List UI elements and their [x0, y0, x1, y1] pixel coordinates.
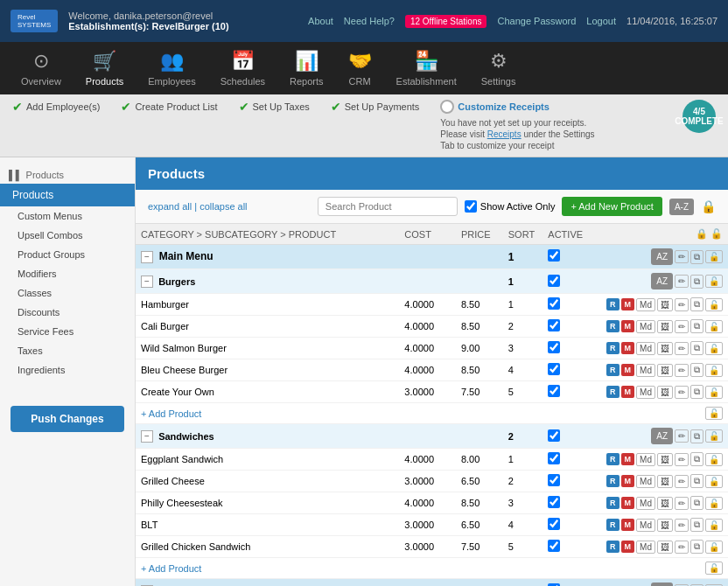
nav-reports[interactable]: 📊 Reports: [277, 45, 336, 92]
product-m-button[interactable]: M: [621, 386, 635, 398]
product-r-button[interactable]: R: [606, 364, 620, 376]
product-active-checkbox[interactable]: [548, 319, 560, 331]
product-m-button[interactable]: M: [621, 364, 635, 376]
product-img-button[interactable]: 🖼: [657, 541, 673, 554]
sides-az-button[interactable]: AZ: [651, 583, 673, 586]
product-lock-button[interactable]: 🔓: [705, 320, 723, 333]
product-modifier-button[interactable]: Md: [636, 497, 655, 510]
nav-overview[interactable]: ⊙ Overview: [9, 45, 74, 92]
product-copy-button[interactable]: ⧉: [690, 540, 704, 554]
product-copy-button[interactable]: ⧉: [690, 452, 704, 466]
product-lock-button[interactable]: 🔓: [705, 541, 723, 554]
product-m-button[interactable]: M: [621, 453, 635, 465]
product-edit-button[interactable]: ✏: [675, 298, 689, 311]
product-lock-button[interactable]: 🔓: [705, 364, 723, 377]
product-edit-button[interactable]: ✏: [675, 541, 689, 554]
product-copy-button[interactable]: ⧉: [690, 297, 704, 311]
cat-lock-button[interactable]: 🔓: [705, 250, 723, 263]
product-copy-button[interactable]: ⧉: [690, 341, 704, 355]
product-active-checkbox[interactable]: [548, 540, 560, 552]
sidebar-item-product-groups[interactable]: Product Groups: [0, 245, 135, 264]
product-r-button[interactable]: R: [606, 342, 620, 354]
nav-settings[interactable]: ⚙ Settings: [469, 45, 528, 92]
logout-link[interactable]: Logout: [586, 16, 616, 26]
push-changes-button[interactable]: Push Changes: [10, 406, 124, 432]
product-r-button[interactable]: R: [606, 475, 620, 487]
sidebar-item-products[interactable]: Products: [0, 184, 135, 206]
product-r-button[interactable]: R: [606, 541, 620, 553]
collapse-all-link[interactable]: collapse all: [200, 201, 247, 212]
product-active-checkbox[interactable]: [548, 363, 560, 375]
nav-schedules[interactable]: 📅 Schedules: [208, 45, 277, 92]
nav-establishment[interactable]: 🏪 Establishment: [384, 45, 469, 92]
search-input[interactable]: [318, 197, 458, 216]
product-m-button[interactable]: M: [621, 342, 635, 354]
product-img-button[interactable]: 🖼: [657, 298, 673, 311]
product-m-button[interactable]: M: [621, 541, 635, 553]
sidebar-item-upsell-combos[interactable]: Upsell Combos: [0, 226, 135, 245]
setup-taxes-label[interactable]: Set Up Taxes: [253, 101, 310, 112]
add-product-sandwiches-lock-button[interactable]: 🔓: [705, 562, 723, 575]
setup-payments-label[interactable]: Set Up Payments: [345, 101, 420, 112]
product-img-button[interactable]: 🖼: [657, 320, 673, 333]
expand-all-link[interactable]: expand all: [148, 201, 192, 212]
nav-crm[interactable]: 🤝 CRM: [336, 45, 384, 92]
sidebar-item-ingredients[interactable]: Ingredients: [0, 360, 135, 380]
sidebar-item-service-fees[interactable]: Service Fees: [0, 322, 135, 341]
product-edit-button[interactable]: ✏: [675, 475, 689, 488]
subcat-az-button[interactable]: AZ: [651, 273, 673, 290]
cat-edit-button[interactable]: ✏: [675, 250, 689, 263]
cat-active-checkbox[interactable]: [548, 249, 560, 262]
nav-employees[interactable]: 👥 Employees: [136, 45, 207, 92]
product-copy-button[interactable]: ⧉: [690, 474, 704, 488]
subcat-sandwiches-az-button[interactable]: AZ: [651, 428, 673, 444]
product-active-checkbox[interactable]: [548, 297, 560, 310]
product-m-button[interactable]: M: [621, 298, 635, 310]
subcat-sandwiches-active-checkbox[interactable]: [548, 429, 560, 442]
sidebar-item-modifiers[interactable]: Modifiers: [0, 264, 135, 283]
product-r-button[interactable]: R: [606, 298, 620, 310]
product-modifier-button[interactable]: Md: [636, 541, 655, 554]
subcat-edit-button[interactable]: ✏: [675, 275, 689, 288]
product-edit-button[interactable]: ✏: [675, 342, 689, 355]
collapse-main-menu-button[interactable]: −: [141, 251, 153, 263]
product-img-button[interactable]: 🖼: [657, 475, 673, 488]
lock-button[interactable]: 🔒: [701, 199, 716, 213]
setup-add-employee-label[interactable]: Add Employee(s): [26, 101, 100, 112]
product-modifier-button[interactable]: Md: [636, 519, 655, 532]
sidebar-item-custom-menus[interactable]: Custom Menus: [0, 206, 135, 226]
setup-create-product-label[interactable]: Create Product List: [135, 101, 217, 112]
az-sort-button[interactable]: A-Z: [669, 199, 694, 215]
product-m-button[interactable]: M: [621, 519, 635, 531]
add-product-sandwiches-link[interactable]: + Add Product: [141, 563, 201, 574]
product-edit-button[interactable]: ✏: [675, 497, 689, 510]
product-edit-button[interactable]: ✏: [675, 320, 689, 333]
product-copy-button[interactable]: ⧉: [690, 518, 704, 532]
product-active-checkbox[interactable]: [548, 341, 560, 353]
product-r-button[interactable]: R: [606, 519, 620, 531]
product-copy-button[interactable]: ⧉: [690, 363, 704, 377]
product-r-button[interactable]: R: [606, 453, 620, 465]
product-r-button[interactable]: R: [606, 386, 620, 398]
subcat-copy-button[interactable]: ⧉: [690, 275, 704, 289]
collapse-sandwiches-button[interactable]: −: [141, 430, 153, 443]
sidebar-item-taxes[interactable]: Taxes: [0, 341, 135, 360]
product-copy-button[interactable]: ⧉: [690, 385, 704, 399]
product-modifier-button[interactable]: Md: [636, 475, 655, 488]
subcat-sandwiches-edit-button[interactable]: ✏: [675, 429, 689, 443]
nav-products[interactable]: 🛒 Products: [74, 45, 136, 92]
product-modifier-button[interactable]: Md: [636, 320, 655, 333]
product-edit-button[interactable]: ✏: [675, 453, 689, 466]
subcat-sandwiches-lock-button[interactable]: 🔓: [705, 429, 723, 443]
about-link[interactable]: About: [308, 16, 333, 26]
subcat-sandwiches-copy-button[interactable]: ⧉: [690, 429, 704, 443]
product-modifier-button[interactable]: Md: [636, 298, 655, 311]
product-m-button[interactable]: M: [621, 475, 635, 487]
product-modifier-button[interactable]: Md: [636, 453, 655, 466]
product-edit-button[interactable]: ✏: [675, 519, 689, 532]
sidebar-item-classes[interactable]: Classes: [0, 283, 135, 303]
product-lock-button[interactable]: 🔓: [705, 298, 723, 311]
product-img-button[interactable]: 🖼: [657, 364, 673, 377]
product-active-checkbox[interactable]: [548, 518, 560, 530]
product-active-checkbox[interactable]: [548, 496, 560, 508]
